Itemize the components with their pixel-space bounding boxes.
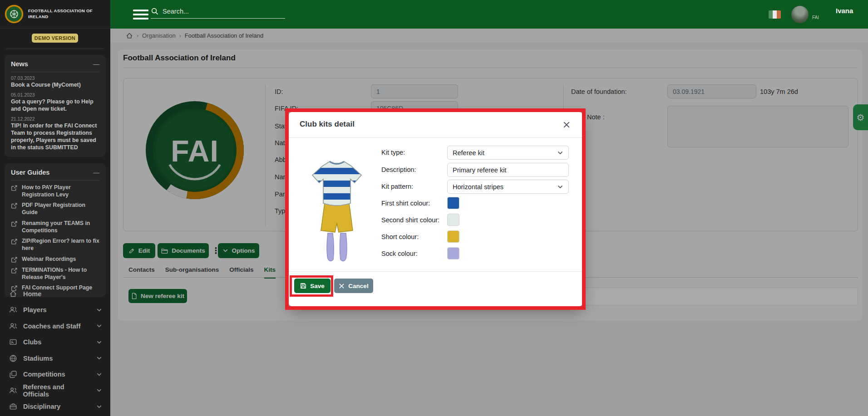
sidebar-logo-header: FOOTBALL ASSOCIATION OF IRELAND bbox=[0, 0, 110, 29]
news-collapse-icon[interactable]: — bbox=[93, 62, 99, 66]
second-shirt-colour-swatch[interactable] bbox=[447, 214, 459, 226]
kit-sock-left bbox=[327, 233, 334, 261]
news-title: News bbox=[11, 60, 28, 68]
kit-shirt-stripe bbox=[310, 168, 364, 174]
news-item-title: TIP! In order for the FAI Connect Team t… bbox=[11, 122, 99, 152]
user-menu[interactable]: Ivana bbox=[836, 7, 853, 15]
chevron-down-icon bbox=[96, 307, 102, 313]
players-icon bbox=[9, 306, 17, 314]
close-icon bbox=[563, 121, 570, 128]
kit-type-select[interactable]: Referee kit bbox=[447, 146, 569, 160]
chevron-down-icon bbox=[96, 355, 102, 361]
modal-close-button[interactable] bbox=[560, 118, 573, 131]
news-item-date: 05.01.2023 bbox=[11, 92, 99, 98]
sidebar-divider bbox=[6, 49, 104, 49]
description-label: Description: bbox=[381, 166, 416, 173]
user-org-label: FAI bbox=[812, 15, 819, 20]
kit-sock-right bbox=[340, 233, 347, 261]
first-shirt-colour-swatch[interactable] bbox=[447, 197, 459, 209]
news-item-title: Got a query? Please go to Help and Open … bbox=[11, 98, 99, 113]
chevron-down-icon bbox=[96, 339, 102, 345]
user-avatar[interactable] bbox=[791, 6, 809, 23]
competitions-icon bbox=[9, 370, 17, 378]
kit-type-label: Kit type: bbox=[381, 149, 405, 156]
first-shirt-colour-label: First shirt colour: bbox=[381, 200, 430, 207]
search-input[interactable] bbox=[163, 8, 271, 15]
disciplinary-icon bbox=[9, 402, 17, 411]
save-button[interactable]: Save bbox=[294, 279, 330, 293]
kit-shirt-stripe bbox=[310, 193, 364, 200]
chevron-down-icon bbox=[96, 404, 102, 410]
sidebar-item-stadiums[interactable]: Stadiums bbox=[0, 350, 110, 367]
guide-link[interactable]: How to PAY Player Registration Levy bbox=[11, 184, 99, 198]
news-item-date: 21.12.2022 bbox=[11, 116, 99, 122]
guide-link[interactable]: Webinar Recordings bbox=[11, 256, 99, 263]
home-icon bbox=[9, 290, 17, 298]
news-item-title: Book a Course (MyComet) bbox=[11, 82, 99, 89]
chevron-down-icon bbox=[96, 372, 102, 377]
sidebar-item-competitions[interactable]: Competitions bbox=[0, 367, 110, 383]
external-link-icon bbox=[11, 256, 18, 263]
news-card: News — 07.03.2023 Book a Course (MyComet… bbox=[5, 55, 106, 157]
demo-version-badge: DEMO VERSION bbox=[32, 34, 78, 43]
user-guides-title: User Guides bbox=[11, 169, 49, 176]
external-link-icon bbox=[11, 238, 18, 245]
language-flag-ireland[interactable] bbox=[769, 10, 781, 19]
kit-shorts bbox=[321, 203, 353, 232]
coaches-icon bbox=[9, 322, 17, 330]
clubs-icon bbox=[9, 338, 17, 346]
save-icon bbox=[300, 283, 306, 289]
guide-link[interactable]: ZIP/Region Error? learn to fix here bbox=[11, 238, 99, 252]
kit-pattern-label: Kit pattern: bbox=[381, 183, 413, 190]
short-colour-swatch[interactable] bbox=[447, 230, 459, 243]
user-guides-collapse-icon[interactable]: — bbox=[93, 170, 99, 175]
modal-title: Club kits detail bbox=[300, 120, 355, 129]
chevron-down-icon bbox=[96, 323, 102, 329]
second-shirt-colour-label: Second shirt colour: bbox=[381, 216, 439, 224]
topbar: FAI Ivana bbox=[110, 0, 868, 29]
stadiums-icon bbox=[9, 354, 17, 362]
sock-colour-swatch[interactable] bbox=[447, 247, 459, 259]
sidebar-item-clubs[interactable]: Clubs bbox=[0, 334, 110, 351]
close-icon bbox=[339, 283, 345, 289]
news-item[interactable]: 21.12.2022 TIP! In order for the FAI Con… bbox=[11, 116, 99, 152]
external-link-icon bbox=[11, 202, 18, 209]
external-link-icon bbox=[11, 267, 18, 274]
guide-link[interactable]: TERMINATIONs - How to Release Player's bbox=[11, 267, 99, 281]
sock-colour-label: Sock colour: bbox=[381, 250, 418, 257]
menu-toggle-button[interactable] bbox=[133, 10, 148, 20]
chevron-down-icon bbox=[96, 387, 102, 393]
flag-orange-stripe bbox=[777, 10, 781, 19]
user-guides-card: User Guides — How to PAY Player Registra… bbox=[5, 163, 106, 297]
flag-green-stripe bbox=[769, 10, 773, 19]
sidebar-item-referees-and-officials[interactable]: Referees and Officials bbox=[0, 382, 110, 399]
referees-icon bbox=[9, 387, 17, 395]
sidebar-item-players[interactable]: Players bbox=[0, 302, 110, 318]
news-item[interactable]: 07.03.2023 Book a Course (MyComet) bbox=[11, 75, 99, 89]
news-item[interactable]: 05.01.2023 Got a query? Please go to Hel… bbox=[11, 92, 99, 113]
cancel-button[interactable]: Cancel bbox=[334, 279, 373, 293]
sidebar-nav: Home Players Coaches and Staff Clubs Sta… bbox=[0, 286, 110, 415]
flag-white-stripe bbox=[773, 10, 777, 19]
sidebar-item-coaches-and-staff[interactable]: Coaches and Staff bbox=[0, 318, 110, 334]
fai-crest-small-icon bbox=[5, 5, 24, 24]
short-colour-label: Short colour: bbox=[381, 233, 419, 240]
app-root: FOOTBALL ASSOCIATION OF IRELAND DEMO VER… bbox=[0, 0, 868, 416]
search-icon bbox=[151, 7, 158, 15]
sidebar-item-disciplinary[interactable]: Disciplinary bbox=[0, 399, 110, 415]
kit-pattern-select[interactable]: Horizontal stripes bbox=[447, 180, 569, 194]
external-link-icon bbox=[11, 220, 18, 227]
external-link-icon bbox=[11, 185, 18, 191]
guide-link[interactable]: Renaming your TEAMS in Competitions bbox=[11, 220, 99, 234]
description-input[interactable] bbox=[447, 163, 569, 177]
chevron-down-icon bbox=[557, 184, 563, 190]
sidebar-item-home[interactable]: Home bbox=[0, 286, 110, 302]
news-item-date: 07.03.2023 bbox=[11, 75, 99, 81]
sidebar: FOOTBALL ASSOCIATION OF IRELAND DEMO VER… bbox=[0, 0, 110, 416]
kit-preview-illustration bbox=[310, 160, 364, 266]
guide-link[interactable]: PDF Player Registration Guide bbox=[11, 202, 99, 216]
org-name: FOOTBALL ASSOCIATION OF IRELAND bbox=[28, 8, 96, 20]
chevron-down-icon bbox=[557, 150, 563, 156]
search-box bbox=[151, 7, 285, 19]
club-kits-detail-modal: Club kits detail Kit type: Referee kit D… bbox=[289, 112, 582, 306]
